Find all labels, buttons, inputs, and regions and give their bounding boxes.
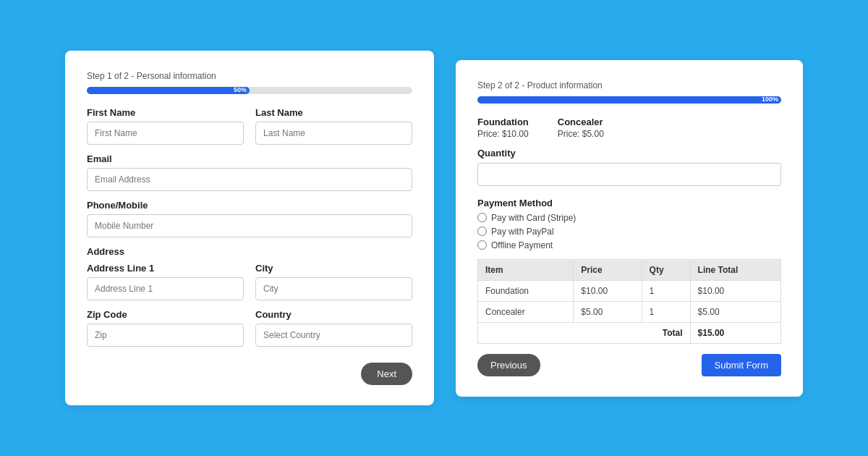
step1-card: Step 1 of 2 - Personal information 50% F… (65, 51, 434, 405)
row1-total: $10.00 (690, 280, 780, 301)
phone-input[interactable] (87, 214, 412, 237)
row2-price: $5.00 (574, 301, 642, 322)
row2-qty: 1 (642, 301, 690, 322)
order-table: Item Price Qty Line Total Foundation $10… (477, 259, 781, 344)
phone-group: Phone/Mobile (87, 200, 412, 237)
phone-label: Phone/Mobile (87, 200, 412, 211)
row1-qty: 1 (642, 280, 690, 301)
zip-input[interactable] (87, 324, 244, 347)
address-section-label: Address (87, 246, 412, 257)
payment-card-label: Pay with Card (Stripe) (491, 213, 576, 223)
city-input[interactable] (255, 277, 412, 300)
progress-text: 50% (234, 86, 247, 93)
total-row: Total $15.00 (478, 322, 781, 343)
col-item: Item (478, 259, 574, 280)
product2-name: Concealer (558, 117, 604, 127)
col-line-total: Line Total (690, 259, 780, 280)
step2-card: Step 2 of 2 - Product information 100% F… (456, 60, 803, 397)
last-name-label: Last Name (255, 107, 412, 118)
table-row: Foundation $10.00 1 $10.00 (478, 280, 781, 301)
first-name-label: First Name (87, 107, 244, 118)
total-label: Total (478, 322, 691, 343)
payment-option-offline[interactable]: Offline Payment (477, 240, 781, 250)
products-row: Foundation Price: $10.00 Concealer Price… (477, 117, 781, 139)
progress-bar-fill: 50% (87, 87, 250, 94)
first-name-group: First Name (87, 107, 244, 145)
payment-offline-label: Offline Payment (491, 240, 553, 250)
next-button[interactable]: Next (361, 363, 412, 385)
row2-total: $5.00 (690, 301, 780, 322)
payment-option-card[interactable]: Pay with Card (Stripe) (477, 213, 781, 223)
email-input[interactable] (87, 168, 412, 191)
quantity-label: Quantity (477, 148, 781, 159)
bottom-buttons: Previous Submit Form (477, 354, 781, 376)
product2: Concealer Price: $5.00 (558, 117, 604, 139)
email-group: Email (87, 153, 412, 191)
product1-price: Price: $10.00 (477, 129, 529, 139)
product1: Foundation Price: $10.00 (477, 117, 529, 139)
email-label: Email (87, 153, 412, 164)
country-label: Country (255, 309, 412, 320)
zip-label: Zip Code (87, 309, 244, 320)
previous-button[interactable]: Previous (477, 354, 540, 376)
total-value: $15.00 (690, 322, 780, 343)
country-input[interactable] (255, 324, 412, 347)
last-name-input[interactable] (255, 122, 412, 145)
first-name-input[interactable] (87, 122, 244, 145)
row1-price: $10.00 (574, 280, 642, 301)
row2-item: Concealer (478, 301, 574, 322)
city-group: City (255, 263, 412, 300)
country-group: Country (255, 309, 412, 347)
product2-price: Price: $5.00 (558, 129, 604, 139)
radio-card[interactable] (477, 213, 487, 222)
step1-label: Step 1 of 2 - Personal information (87, 71, 412, 81)
address-line1-label: Address Line 1 (87, 263, 244, 274)
radio-paypal[interactable] (477, 227, 487, 236)
payment-paypal-label: Pay with PayPal (491, 227, 554, 237)
payment-label: Payment Method (477, 198, 781, 208)
col-price: Price (574, 259, 642, 280)
col-qty: Qty (642, 259, 690, 280)
product1-name: Foundation (477, 117, 529, 127)
city-label: City (255, 263, 412, 274)
progress-bar-container2: 100% (477, 96, 781, 104)
address-line1-group: Address Line 1 (87, 263, 244, 300)
quantity-input[interactable] (477, 163, 781, 186)
zip-group: Zip Code (87, 309, 244, 347)
submit-button[interactable]: Submit Form (702, 354, 781, 376)
payment-option-paypal[interactable]: Pay with PayPal (477, 227, 781, 237)
step2-label: Step 2 of 2 - Product information (477, 80, 781, 90)
radio-offline[interactable] (477, 240, 487, 250)
address-line1-input[interactable] (87, 277, 244, 300)
payment-options: Pay with Card (Stripe) Pay with PayPal O… (477, 213, 781, 250)
table-row: Concealer $5.00 1 $5.00 (478, 301, 781, 322)
progress-bar-container: 50% (87, 87, 412, 94)
row1-item: Foundation (478, 280, 574, 301)
last-name-group: Last Name (255, 107, 412, 145)
progress-text2: 100% (762, 96, 778, 103)
progress-bar-fill2: 100% (477, 96, 781, 104)
